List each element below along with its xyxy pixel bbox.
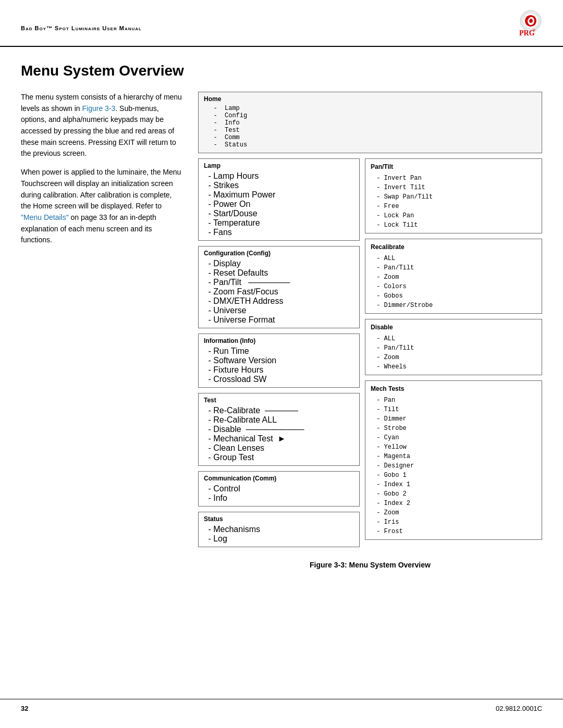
info-box-title: Information (Info) — [204, 337, 354, 344]
footer-doc-number: 02.9812.0001C — [496, 705, 542, 712]
comm-box-title: Communication (Comm) — [204, 475, 354, 482]
prg-logo: PRG ® — [500, 9, 542, 41]
home-box: Home - Lamp - Config - Info - Test - Com… — [198, 92, 542, 153]
home-item-config: - Config — [204, 112, 536, 119]
status-box-title: Status — [204, 515, 354, 523]
home-item-test: - Test — [204, 127, 536, 134]
diagram-main: Lamp - Lamp Hours - Strikes - Maximum Po… — [198, 158, 542, 552]
left-boxes: Lamp - Lamp Hours - Strikes - Maximum Po… — [198, 158, 360, 552]
test-box: Test - Re-Calibrate ———— - Re-Calibrate … — [198, 393, 360, 466]
config-box: Configuration (Config) - Display - Reset… — [198, 246, 360, 328]
pantilt-box: Pan/Tilt - Invert Pan - Invert Tilt - Sw… — [365, 158, 542, 233]
body-text-col: The menu system consists of a hierarchy … — [21, 92, 182, 253]
body-paragraph-2: When power is applied to the luminaire, … — [21, 167, 182, 246]
home-box-title: Home — [204, 95, 536, 103]
pantilt-box-title: Pan/Tilt — [371, 162, 536, 171]
status-box: Status - Mechanisms - Log — [198, 512, 360, 547]
recalibrate-box-title: Recalibrate — [371, 242, 536, 252]
two-col-layout: The menu system consists of a hierarchy … — [21, 92, 542, 569]
home-item-status: - Status — [204, 141, 536, 149]
figure-caption: Figure 3-3: Menu System Overview — [198, 561, 542, 569]
lamp-box: Lamp - Lamp Hours - Strikes - Maximum Po… — [198, 158, 360, 241]
right-boxes: Pan/Tilt - Invert Pan - Invert Tilt - Sw… — [365, 158, 542, 552]
header-title: Bad Boy™ Spot Luminaire User Manual — [21, 9, 142, 31]
page-content: Menu System Overview The menu system con… — [0, 47, 563, 590]
svg-text:®: ® — [533, 29, 536, 32]
home-item-comm: - Comm — [204, 134, 536, 141]
lamp-box-title: Lamp — [204, 162, 354, 169]
disable-box-title: Disable — [371, 323, 536, 332]
footer-page-number: 32 — [21, 705, 28, 712]
figure-link[interactable]: Figure 3-3 — [82, 104, 116, 113]
disable-box: Disable - ALL - Pan/Tilt - Zoom - Wheels — [365, 319, 542, 375]
menu-details-link[interactable]: "Menu Details" — [21, 213, 69, 221]
info-box: Information (Info) - Run Time - Software… — [198, 334, 360, 388]
chapter-title: Menu System Overview — [21, 63, 542, 79]
mech-tests-box: Mech Tests - Pan - Tilt - Dimmer - Strob… — [365, 380, 542, 540]
config-box-title: Configuration (Config) — [204, 250, 354, 257]
recalibrate-box: Recalibrate - ALL - Pan/Tilt - Zoom - Co… — [365, 239, 542, 314]
home-item-lamp: - Lamp — [204, 105, 536, 112]
comm-box: Communication (Comm) - Control - Info — [198, 471, 360, 507]
logo-area: PRG ® — [500, 9, 542, 41]
page-footer: 32 02.9812.0001C — [0, 699, 563, 718]
body-paragraph-1: The menu system consists of a hierarchy … — [21, 92, 182, 159]
menu-diagram: Home - Lamp - Config - Info - Test - Com… — [198, 92, 542, 569]
page-header: Bad Boy™ Spot Luminaire User Manual PRG … — [0, 0, 563, 47]
home-item-info: - Info — [204, 119, 536, 127]
mech-tests-box-title: Mech Tests — [371, 384, 536, 393]
test-box-title: Test — [204, 397, 354, 404]
